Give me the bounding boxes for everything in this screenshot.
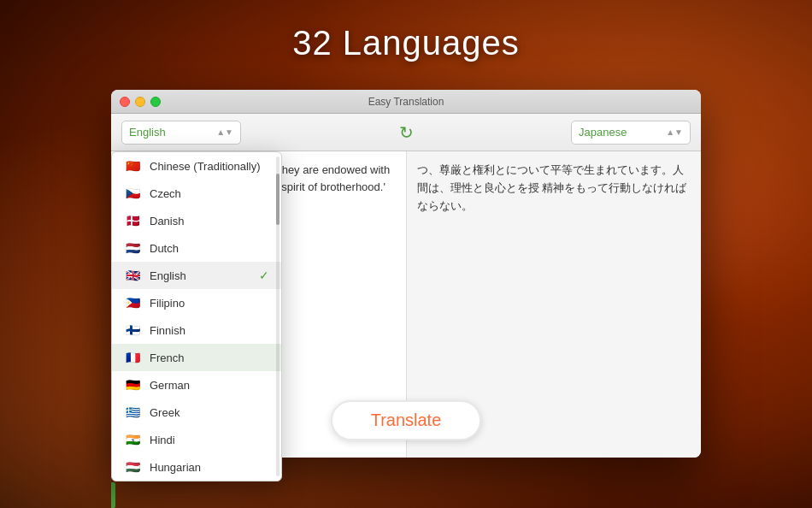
dropdown-label-greek: Greek <box>150 406 179 419</box>
flag-danish: 🇩🇰 <box>124 212 141 229</box>
flag-greek: 🇬🇷 <box>124 404 141 421</box>
dropdown-label-filipino: Filipino <box>150 297 185 310</box>
language-dropdown: 🇨🇳 Chinese (Traditionally) 🇨🇿 Czech 🇩🇰 D… <box>111 151 282 481</box>
source-language-label: English <box>129 126 166 139</box>
dropdown-label-danish: Danish <box>150 215 184 227</box>
flag-english: 🇬🇧 <box>124 267 141 284</box>
source-lang-arrow-icon: ▲▼ <box>216 127 233 137</box>
dropdown-label-finnish: Finnish <box>150 324 185 337</box>
dropdown-scrollbar-thumb <box>276 174 279 225</box>
dropdown-item-chinese-traditional[interactable]: 🇨🇳 Chinese (Traditionally) <box>112 152 281 180</box>
dropdown-item-danish[interactable]: 🇩🇰 Danish <box>112 207 281 234</box>
dropdown-label-german: German <box>150 379 190 392</box>
flag-filipino: 🇵🇭 <box>124 294 141 311</box>
dropdown-label-chinese-traditional: Chinese (Traditionally) <box>150 160 261 173</box>
dropdown-item-finnish[interactable]: 🇫🇮 Finnish <box>112 316 281 344</box>
flag-czech: 🇨🇿 <box>124 185 141 202</box>
flag-chinese-traditional: 🇨🇳 <box>124 157 141 174</box>
flag-french: 🇫🇷 <box>124 349 141 366</box>
translate-button[interactable]: Translate <box>331 400 482 440</box>
flag-dutch: 🇳🇱 <box>124 239 141 257</box>
flag-finnish: 🇫🇮 <box>124 322 141 339</box>
dropdown-item-filipino[interactable]: 🇵🇭 Filipino <box>112 289 281 316</box>
target-lang-arrow-icon: ▲▼ <box>666 127 683 137</box>
flag-hindi: 🇮🇳 <box>124 431 141 448</box>
target-language-label: Japanese <box>579 126 627 139</box>
dropdown-label-dutch: Dutch <box>150 242 179 255</box>
maximize-button[interactable] <box>150 97 161 107</box>
close-button[interactable] <box>120 97 130 107</box>
dropdown-label-english: English <box>150 269 186 282</box>
dropdown-label-hungarian: Hungarian <box>150 461 201 474</box>
window-controls <box>120 97 161 107</box>
titlebar: Easy Translation <box>111 90 701 114</box>
minimize-button[interactable] <box>135 97 145 107</box>
green-accent-bar <box>111 482 115 508</box>
swap-icon: ↻ <box>399 122 414 143</box>
selected-checkmark-icon: ✓ <box>259 269 269 282</box>
dropdown-item-hungarian[interactable]: 🇭🇺 Hungarian <box>112 453 281 481</box>
flag-hungarian: 🇭🇺 <box>124 458 141 476</box>
page-title: 32 Languages <box>0 24 812 62</box>
dropdown-item-greek[interactable]: 🇬🇷 Greek <box>112 399 281 426</box>
flag-german: 🇩🇪 <box>124 376 141 393</box>
dropdown-scrollbar[interactable] <box>276 157 279 476</box>
dropdown-item-german[interactable]: 🇩🇪 German <box>112 371 281 399</box>
dropdown-label-hindi: Hindi <box>150 434 175 446</box>
translated-text: つ、尊厳と権利とについて平等で生まれています。人間は、理性と良心とを授 精神をも… <box>417 163 687 212</box>
dropdown-label-french: French <box>150 351 184 364</box>
dropdown-item-hindi[interactable]: 🇮🇳 Hindi <box>112 426 281 453</box>
dropdown-item-dutch[interactable]: 🇳🇱 Dutch <box>112 234 281 262</box>
dropdown-label-czech: Czech <box>150 187 181 200</box>
dropdown-item-czech[interactable]: 🇨🇿 Czech <box>112 180 281 207</box>
target-language-select[interactable]: Japanese ▲▼ <box>571 121 691 145</box>
source-language-select[interactable]: English ▲▼ <box>121 121 241 145</box>
dropdown-item-french[interactable]: 🇫🇷 French <box>112 344 281 371</box>
swap-languages-button[interactable]: ↻ <box>392 119 420 146</box>
dropdown-item-english[interactable]: 🇬🇧 English ✓ <box>112 262 281 289</box>
window-title: Easy Translation <box>368 96 444 108</box>
toolbar: English ▲▼ ↻ Japanese ▲▼ <box>111 114 701 151</box>
